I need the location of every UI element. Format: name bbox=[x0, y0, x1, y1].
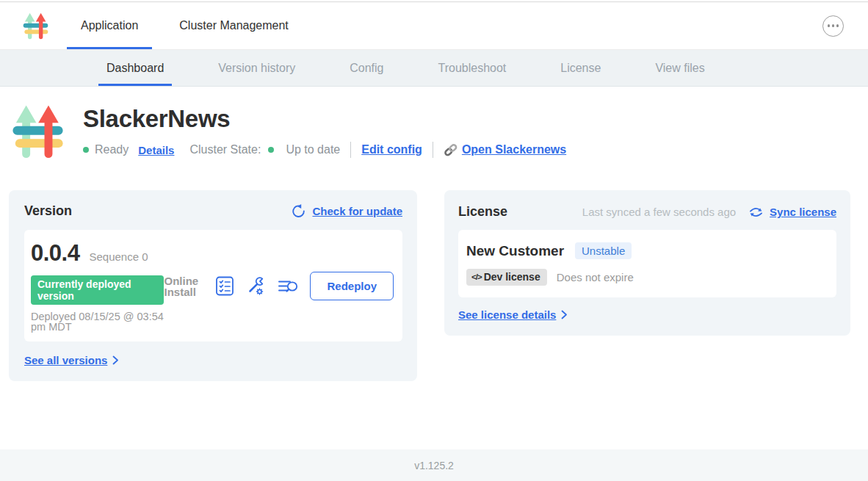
version-card: Version Check for update 0.0.4 Sequence bbox=[9, 190, 417, 381]
tab-config[interactable]: Config bbox=[341, 52, 391, 86]
see-all-versions-label: See all versions bbox=[24, 354, 107, 366]
edit-config-link[interactable]: Edit config bbox=[361, 143, 422, 156]
open-slackernews-link[interactable]: Open Slackernews bbox=[462, 143, 566, 156]
tab-troubleshoot[interactable]: Troubleshoot bbox=[430, 52, 514, 86]
dev-license-badge: </> Dev license bbox=[466, 269, 547, 286]
code-icon: </> bbox=[471, 272, 482, 281]
top-nav: Application Cluster Management bbox=[0, 2, 868, 50]
check-for-update-link[interactable]: Check for update bbox=[312, 205, 402, 217]
cluster-state-label: Cluster State: bbox=[189, 143, 261, 156]
version-number: 0.0.4 bbox=[31, 240, 79, 267]
see-all-versions-link[interactable]: See all versions bbox=[24, 354, 119, 366]
chevron-right-icon bbox=[112, 355, 119, 365]
cluster-state-value: Up to date bbox=[286, 143, 340, 156]
divider bbox=[433, 142, 433, 158]
license-card-title: License bbox=[458, 204, 507, 220]
install-type-label: Online Install bbox=[164, 275, 203, 297]
app-header: SlackerNews Ready Details Cluster State:… bbox=[0, 87, 868, 163]
dashboard-cards: Version Check for update 0.0.4 Sequence bbox=[0, 163, 868, 381]
license-details-panel: New Customer Unstable </> Dev license Do… bbox=[458, 230, 836, 297]
divider bbox=[350, 142, 351, 158]
top-nav-spacer bbox=[303, 2, 822, 49]
primary-tabs: Application Cluster Management bbox=[67, 2, 303, 49]
edit-config-wrench-icon[interactable] bbox=[246, 276, 266, 296]
channel-badge: Unstable bbox=[575, 242, 632, 259]
tab-view-files[interactable]: View files bbox=[647, 52, 712, 86]
status-ready-dot-icon bbox=[83, 147, 89, 153]
view-logs-icon[interactable] bbox=[278, 277, 298, 296]
preflight-checks-icon[interactable] bbox=[215, 276, 234, 296]
sync-license-link[interactable]: Sync license bbox=[770, 206, 836, 218]
dashboard-main: SlackerNews Ready Details Cluster State:… bbox=[0, 87, 868, 381]
redeploy-button[interactable]: Redeploy bbox=[310, 272, 394, 300]
tab-license[interactable]: License bbox=[552, 52, 609, 86]
chain-link-icon bbox=[444, 143, 458, 156]
sync-license-group[interactable]: Sync license bbox=[748, 205, 836, 220]
license-card: License Last synced a few seconds ago Sy… bbox=[444, 190, 850, 336]
page-title: SlackerNews bbox=[83, 105, 566, 133]
tab-dashboard[interactable]: Dashboard bbox=[98, 52, 172, 86]
footer: v1.125.2 bbox=[0, 449, 868, 481]
last-synced-label: Last synced a few seconds ago bbox=[582, 206, 736, 218]
slackernews-logo-large bbox=[10, 103, 65, 163]
deployed-timestamp: Deployed 08/15/25 @ 03:54 pm MDT bbox=[31, 311, 164, 332]
status-row: Ready Details Cluster State: Up to date … bbox=[83, 142, 566, 158]
dev-license-label: Dev license bbox=[484, 271, 540, 283]
console-version: v1.125.2 bbox=[414, 460, 454, 471]
see-license-details-link[interactable]: See license details bbox=[458, 308, 568, 321]
admin-console-page: Application Cluster Management Dashboard… bbox=[0, 0, 868, 481]
refresh-icon bbox=[291, 203, 306, 219]
currently-deployed-badge: Currently deployed version bbox=[31, 275, 164, 305]
sequence-label: Sequence 0 bbox=[89, 250, 148, 263]
app-subnav: Dashboard Version history Config Trouble… bbox=[0, 50, 868, 87]
check-update-group[interactable]: Check for update bbox=[291, 203, 402, 219]
expiry-label: Does not expire bbox=[557, 271, 634, 283]
tab-application[interactable]: Application bbox=[67, 4, 152, 49]
details-link[interactable]: Details bbox=[138, 144, 174, 156]
tab-version-history[interactable]: Version history bbox=[210, 52, 303, 86]
see-license-details-label: See license details bbox=[458, 308, 556, 321]
status-label: Ready bbox=[95, 143, 129, 156]
chevron-right-icon bbox=[561, 310, 568, 319]
tab-cluster-management[interactable]: Cluster Management bbox=[165, 4, 303, 49]
cluster-state-dot-icon bbox=[268, 147, 274, 153]
open-app-group[interactable]: Open Slackernews bbox=[444, 143, 566, 156]
slackernews-logo-small bbox=[22, 11, 49, 41]
current-version-panel: 0.0.4 Sequence 0 Currently deployed vers… bbox=[24, 230, 402, 341]
ellipsis-menu-icon[interactable] bbox=[822, 15, 844, 37]
sync-icon bbox=[748, 205, 764, 220]
customer-name: New Customer bbox=[466, 243, 564, 259]
version-card-title: Version bbox=[24, 203, 72, 219]
